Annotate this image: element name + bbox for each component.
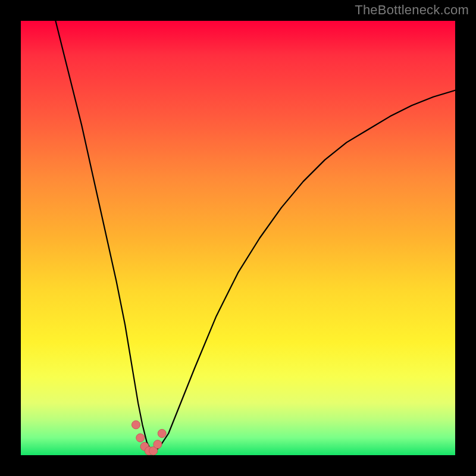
minimum-marker (158, 430, 166, 438)
minimum-marker (131, 421, 140, 429)
chart-frame: TheBottleneck.com (0, 0, 476, 476)
minimum-marker (154, 440, 162, 449)
watermark-text: TheBottleneck.com (355, 2, 469, 18)
bottleneck-curve (55, 21, 455, 451)
minimum-markers-group (131, 421, 166, 455)
plot-area (21, 21, 455, 455)
minimum-marker (136, 434, 145, 442)
chart-svg (21, 21, 455, 455)
